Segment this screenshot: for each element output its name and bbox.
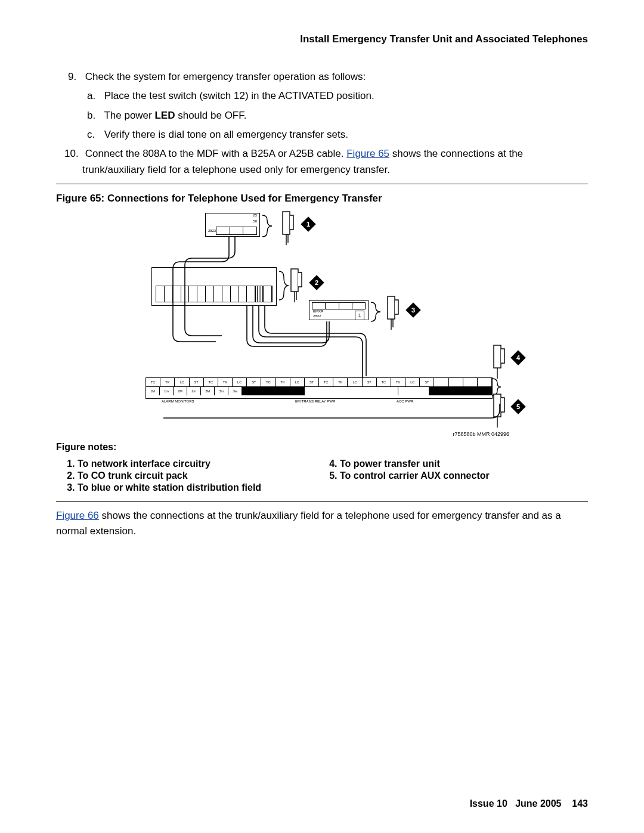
svg-rect-0 — [283, 212, 290, 234]
label-alarm-monitors: ALARM MONITORS — [162, 400, 194, 403]
step-10: 10. Connect the 808A to the MDF with a B… — [82, 146, 588, 178]
figure-note-item: To control carrier AUX connector — [340, 470, 507, 481]
figure-notes-title: Figure notes: — [56, 442, 588, 453]
step-9-number: 9. — [68, 69, 82, 85]
step-10-number: 10. — [64, 146, 82, 162]
step-10-pre: Connect the 808A to the MDF with a B25A … — [85, 148, 347, 159]
figure-id-label: r758580b MMR 042996 — [453, 431, 509, 437]
step-9a-letter: a. — [87, 88, 101, 104]
step-9b: b. The power LED should be OFF. — [101, 108, 588, 123]
step-9c: c. Verify there is dial tone on all emer… — [101, 127, 588, 143]
callout-2: 2 — [309, 275, 324, 290]
label-50: 50 — [253, 219, 257, 223]
label-emxr: EMXR — [313, 309, 323, 313]
label-acc-pwr: ACC PWR — [397, 400, 413, 403]
figure-65-link[interactable]: Figure 65 — [346, 148, 389, 159]
figure-note-item: To blue or white station distribution fi… — [78, 482, 328, 493]
svg-rect-9 — [494, 345, 501, 368]
step-9a: a. Place the test switch (switch 12) in … — [101, 88, 588, 104]
label-2822-b: 2822 — [313, 314, 321, 318]
callout-5: 5 — [510, 399, 525, 414]
callout-4: 4 — [510, 350, 525, 365]
after-paragraph: Figure 66 shows the connections at the t… — [56, 508, 588, 540]
step-9b-letter: b. — [87, 108, 101, 123]
page-footer: Issue 10 June 2005 143 — [470, 798, 588, 809]
horizontal-rule — [56, 184, 588, 184]
figure-65-title: Figure 65: Connections for Telephone Use… — [56, 193, 588, 205]
step-9b-text-before: The power — [104, 110, 154, 121]
figure-65-diagram: 25 50 2822 — [163, 210, 521, 437]
label-em-trans: EM TRANS RELAY PWR — [295, 400, 335, 403]
label-25: 25 — [253, 213, 257, 217]
figure-note-item: To power transfer unit — [340, 459, 507, 469]
figure-note-item: To CO trunk circuit pack — [78, 470, 328, 481]
step-9c-letter: c. — [87, 127, 101, 143]
horizontal-rule-2 — [56, 501, 588, 502]
step-9b-bold: LED — [154, 110, 175, 121]
step-9: 9. Check the system for emergency transf… — [82, 69, 588, 85]
step-9c-text: Verify there is dial tone on all emergen… — [104, 129, 348, 140]
step-9b-text-after: should be OFF. — [175, 110, 246, 121]
svg-rect-6 — [388, 296, 395, 319]
footer-issue: Issue 10 — [470, 798, 507, 809]
label-2822: 2822 — [208, 229, 216, 233]
callout-1: 1 — [301, 216, 315, 231]
step-9a-text: Place the test switch (switch 12) in the… — [104, 90, 374, 101]
figure-66-link[interactable]: Figure 66 — [56, 510, 99, 521]
page-header: Install Emergency Transfer Unit and Asso… — [56, 33, 588, 45]
figure-note-item: To network interface circuitry — [78, 459, 328, 469]
svg-rect-11 — [494, 394, 501, 417]
callout-3: 3 — [405, 302, 420, 317]
figure-notes: To network interface circuitryTo CO trun… — [66, 459, 588, 494]
footer-page: 143 — [572, 798, 588, 809]
step-9-text: Check the system for emergency transfer … — [85, 71, 366, 82]
after-text: shows the connections at the trunk/auxil… — [56, 510, 561, 537]
svg-rect-3 — [291, 269, 298, 292]
label-1-box: 1 — [355, 311, 364, 320]
footer-date: June 2005 — [515, 798, 561, 809]
